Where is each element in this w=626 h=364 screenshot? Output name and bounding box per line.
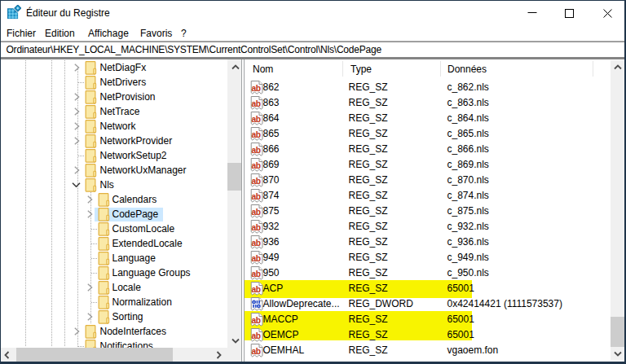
svg-text:ab: ab xyxy=(251,161,260,170)
svg-text:ab: ab xyxy=(251,192,260,201)
svg-text:ab: ab xyxy=(251,239,260,248)
svg-text:ab: ab xyxy=(251,316,260,325)
svg-text:ab: ab xyxy=(251,146,260,155)
svg-text:ab: ab xyxy=(251,177,260,186)
svg-text:ab: ab xyxy=(251,84,260,93)
svg-text:ab: ab xyxy=(251,285,260,294)
svg-text:ab: ab xyxy=(251,223,260,232)
svg-text:ab: ab xyxy=(251,208,260,217)
svg-text:ab: ab xyxy=(251,115,260,124)
svg-text:ab: ab xyxy=(251,347,260,356)
svg-text:ab: ab xyxy=(251,130,260,139)
svg-text:ab: ab xyxy=(251,331,260,340)
svg-text:ab: ab xyxy=(251,254,260,263)
svg-text:ab: ab xyxy=(251,270,260,278)
svg-text:ab: ab xyxy=(251,99,260,108)
